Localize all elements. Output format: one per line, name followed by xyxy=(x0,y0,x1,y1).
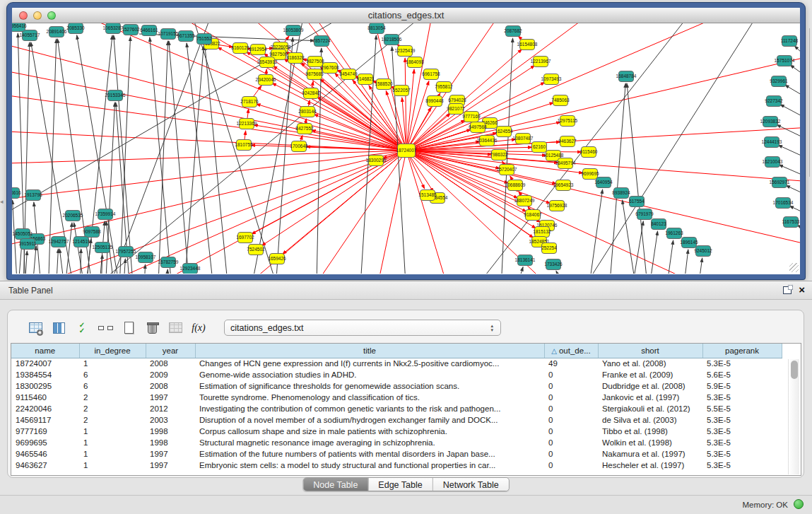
table-cell[interactable]: Hescheler et al. (1997) xyxy=(598,460,702,471)
table-cell[interactable]: 2003 xyxy=(146,414,195,426)
table-cell[interactable]: Genome-wide association studies in ADHD. xyxy=(195,369,544,380)
delete-table-button[interactable] xyxy=(143,319,161,337)
graph-node[interactable]: 8813054 xyxy=(367,23,386,34)
graph-node[interactable]: 1913798 xyxy=(24,190,42,201)
table-row[interactable]: 1456911722003Disruption of a novel membe… xyxy=(11,414,782,426)
table-cell[interactable]: 0 xyxy=(544,437,598,448)
table-cell[interactable]: Embryonic stem cells: a model to study s… xyxy=(195,460,544,471)
graph-node[interactable]: 1733426 xyxy=(544,259,563,270)
table-cell[interactable]: 9699695 xyxy=(11,437,79,448)
table-row[interactable]: 1938455462009Genome-wide association stu… xyxy=(11,369,782,380)
table-selector-dropdown[interactable]: citations_edges.txt ▴▾ xyxy=(224,320,501,336)
table-cell[interactable]: 1997 xyxy=(146,392,195,403)
table-cell[interactable]: 0 xyxy=(544,414,598,426)
graph-node[interactable]: 8990448 xyxy=(425,96,444,107)
table-cell[interactable]: 2008 xyxy=(146,380,195,392)
graph-node[interactable]: 1513485 xyxy=(418,190,437,201)
graph-node[interactable]: 12923448 xyxy=(180,264,201,274)
table-cell[interactable]: Stergiakouli et al. (2012) xyxy=(598,403,702,414)
table-cell[interactable]: 9465546 xyxy=(11,448,79,460)
column-header-year[interactable]: year xyxy=(146,344,195,358)
graph-node[interactable]: 252254 xyxy=(541,243,557,254)
table-cell[interactable]: 2 xyxy=(79,414,146,426)
graph-node[interactable]: 9184067 xyxy=(524,210,542,221)
table-cell[interactable]: 0 xyxy=(544,403,598,414)
graph-node[interactable]: 9329961 xyxy=(770,76,788,87)
table-cell[interactable]: Jankovic et al. (1997) xyxy=(598,392,702,403)
graph-node[interactable]: 10653287 xyxy=(103,23,124,34)
graph-node[interactable]: 12213967 xyxy=(531,57,551,67)
graph-node[interactable]: 840123 xyxy=(651,219,666,230)
panel-collapse-arrow-icon[interactable]: ◂ xyxy=(0,198,4,205)
table-cell[interactable]: Disruption of a novel member of a sodium… xyxy=(195,414,544,426)
table-cell[interactable]: 0 xyxy=(544,426,598,437)
select-rows-button[interactable]: ✓✓ xyxy=(73,319,91,337)
function-builder-button[interactable]: f(x) xyxy=(189,319,208,337)
table-cell[interactable]: 5.3E-5 xyxy=(702,392,782,403)
graph-node[interactable]: 19756928 xyxy=(547,201,567,211)
column-header-title[interactable]: title xyxy=(195,344,544,358)
graph-node[interactable]: 8160128 xyxy=(231,43,249,54)
graph-node[interactable]: 16154808 xyxy=(517,40,538,50)
show-columns-button[interactable] xyxy=(49,319,68,337)
table-cell[interactable]: 1998 xyxy=(146,426,195,437)
graph-node[interactable]: 7524502 xyxy=(247,245,265,255)
table-cell[interactable]: Investigating the contribution of common… xyxy=(195,403,544,414)
graph-node[interactable]: 10958107 xyxy=(136,252,156,263)
graph-node[interactable]: 9227342 xyxy=(765,96,783,107)
table-row[interactable]: 977716911998Corpus callosum shape and si… xyxy=(11,426,782,437)
graph-node[interactable]: 14505051 xyxy=(13,229,33,240)
window-resize-grip[interactable] xyxy=(789,263,799,272)
close-panel-icon[interactable]: × xyxy=(799,285,805,295)
table-cell[interactable]: 2008 xyxy=(146,358,195,369)
tab-network-table[interactable]: Network Table xyxy=(433,478,509,491)
graph-node[interactable]: 8454749 xyxy=(339,69,358,80)
graph-node[interactable]: 12444193 xyxy=(762,137,782,148)
graph-node[interactable]: 9097588 xyxy=(83,227,101,238)
graph-node[interactable]: 6497568 xyxy=(469,122,487,133)
table-row[interactable]: 1872400712008Changes of HCN gene express… xyxy=(11,358,782,369)
table-cell[interactable]: Tibbo et al. (1998) xyxy=(598,426,702,437)
table-cell[interactable]: 6 xyxy=(79,380,146,392)
table-cell[interactable]: Estimation of significance thresholds fo… xyxy=(195,380,544,392)
graph-node[interactable]: 1624554 xyxy=(495,127,513,137)
graph-node[interactable]: 7857224 xyxy=(312,36,331,47)
table-cell[interactable]: 5.5E-5 xyxy=(702,403,782,414)
graph-node[interactable]: 8912954 xyxy=(249,45,267,55)
table-cell[interactable]: Tourette syndrome. Phenomenology and cla… xyxy=(195,392,544,403)
column-header-name[interactable]: name xyxy=(11,344,79,358)
graph-node[interactable]: 12093832 xyxy=(760,117,781,127)
table-cell[interactable]: 5.6E-5 xyxy=(702,369,782,380)
graph-node[interactable]: 10973493 xyxy=(541,74,562,85)
graph-node[interactable]: 7986322 xyxy=(490,150,508,160)
graph-node[interactable]: 10807487 xyxy=(513,134,534,144)
table-settings-button[interactable] xyxy=(26,319,45,337)
graph-node[interactable]: 12325419 xyxy=(395,46,416,57)
graph-node[interactable]: 16210043 xyxy=(763,157,783,168)
table-cell[interactable]: 2009 xyxy=(146,369,195,380)
table-cell[interactable]: Changes of HCN gene expression and I(f) … xyxy=(195,358,544,369)
graph-node[interactable]: 20364436 xyxy=(477,136,498,146)
table-row[interactable]: 911546021997Tourette syndrome. Phenomeno… xyxy=(11,392,782,403)
table-cell[interactable]: 0 xyxy=(544,380,598,392)
table-cell[interactable]: 19384554 xyxy=(11,369,79,380)
table-row[interactable]: 946362711997Embryonic stem cells: a mode… xyxy=(11,460,782,471)
graph-node[interactable]: 18136141 xyxy=(515,255,536,266)
graph-node[interactable]: 3915911 xyxy=(19,239,37,250)
graph-node[interactable]: 1527602 xyxy=(122,25,140,35)
graph-node[interactable]: 2085330 xyxy=(66,23,85,34)
column-header-out-degree[interactable]: △out_de... xyxy=(544,344,598,358)
graph-node[interactable]: 9821072 xyxy=(447,104,465,115)
tab-edge-table[interactable]: Edge Table xyxy=(367,478,432,491)
graph-node[interactable]: 2087682 xyxy=(504,26,522,37)
create-table-button[interactable] xyxy=(119,319,138,337)
table-cell[interactable]: Wolkin et al. (1998) xyxy=(598,437,702,448)
table-cell[interactable]: 5.3E-5 xyxy=(702,414,782,426)
graph-node[interactable]: 1810755 xyxy=(235,140,253,151)
graph-node[interactable]: 1659426 xyxy=(268,254,286,264)
graph-node[interactable]: 16848784 xyxy=(616,71,637,82)
table-cell[interactable]: 1 xyxy=(79,437,146,448)
graph-node[interactable]: 12213369 xyxy=(237,119,257,129)
table-cell[interactable]: Franke et al. (2009) xyxy=(598,369,702,380)
tab-node-table[interactable]: Node Table xyxy=(303,478,367,491)
